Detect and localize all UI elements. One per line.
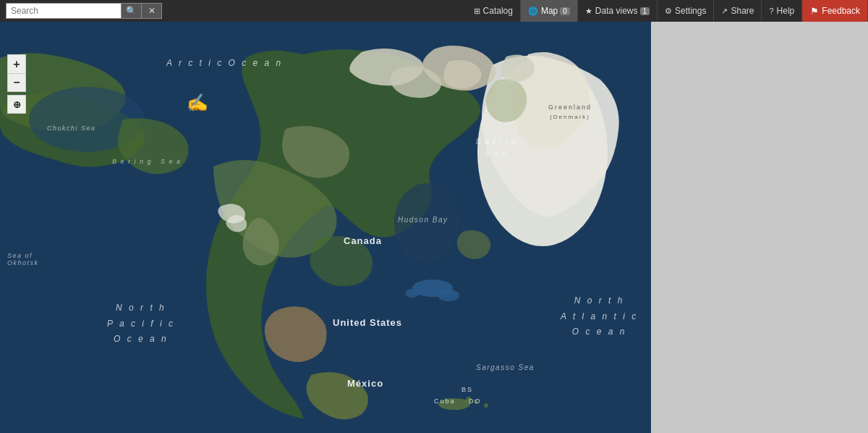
locate-button[interactable]: ⊕ <box>7 95 26 114</box>
catalog-icon: ⊞ <box>474 7 480 16</box>
catalog-label: Catalog <box>483 6 513 16</box>
feedback-icon: ⚑ <box>810 6 819 17</box>
search-button[interactable]: 🔍 <box>122 3 142 19</box>
nav-right: ⊞ Catalog 🌐 Map 0 ★ Data views 1 ⚙ Setti… <box>467 0 868 22</box>
map-label: Map <box>541 6 558 16</box>
svg-point-9 <box>438 290 459 301</box>
data-views-badge: 1 <box>640 7 650 15</box>
svg-point-7 <box>394 183 459 263</box>
navbar: 🔍 ✕ ⊞ Catalog 🌐 Map 0 ★ Data views 1 ⚙ S… <box>0 0 868 22</box>
map-container[interactable]: A r c t i c O c e a n Canada United Stat… <box>0 22 651 433</box>
nav-settings[interactable]: ⚙ Settings <box>658 0 714 22</box>
map-svg <box>0 22 651 433</box>
share-label: Share <box>731 6 754 16</box>
clear-icon: ✕ <box>148 6 156 16</box>
help-icon: ? <box>769 7 773 15</box>
nav-help[interactable]: ? Help <box>762 0 802 22</box>
star-icon: ★ <box>585 7 592 16</box>
settings-label: Settings <box>675 6 706 16</box>
settings-icon: ⚙ <box>665 7 672 16</box>
svg-point-5 <box>484 403 488 408</box>
search-area: 🔍 ✕ <box>6 3 162 19</box>
svg-point-3 <box>466 397 472 403</box>
share-icon: ↗ <box>721 7 728 16</box>
data-views-label: Data views <box>595 6 638 16</box>
svg-point-2 <box>438 398 470 410</box>
nav-data-views[interactable]: ★ Data views 1 <box>578 0 658 22</box>
map-icon: 🌐 <box>528 7 538 16</box>
zoom-controls: + − ⊕ <box>7 54 26 114</box>
search-icon: 🔍 <box>126 6 137 16</box>
locate-icon: ⊕ <box>13 100 21 109</box>
help-label: Help <box>777 6 795 16</box>
search-input[interactable] <box>6 3 122 19</box>
zoom-out-button[interactable]: − <box>7 73 26 92</box>
clear-search-button[interactable]: ✕ <box>142 3 162 19</box>
nav-feedback[interactable]: ⚑ Feedback <box>802 0 868 22</box>
nav-share[interactable]: ↗ Share <box>714 0 762 22</box>
nav-catalog[interactable]: ⊞ Catalog <box>467 0 521 22</box>
right-panel <box>651 22 868 433</box>
svg-point-10 <box>405 289 420 298</box>
svg-point-4 <box>474 400 478 404</box>
nav-map[interactable]: 🌐 Map 0 <box>521 0 578 22</box>
map-badge: 0 <box>560 7 570 15</box>
feedback-label: Feedback <box>822 6 860 16</box>
zoom-in-button[interactable]: + <box>7 54 26 73</box>
